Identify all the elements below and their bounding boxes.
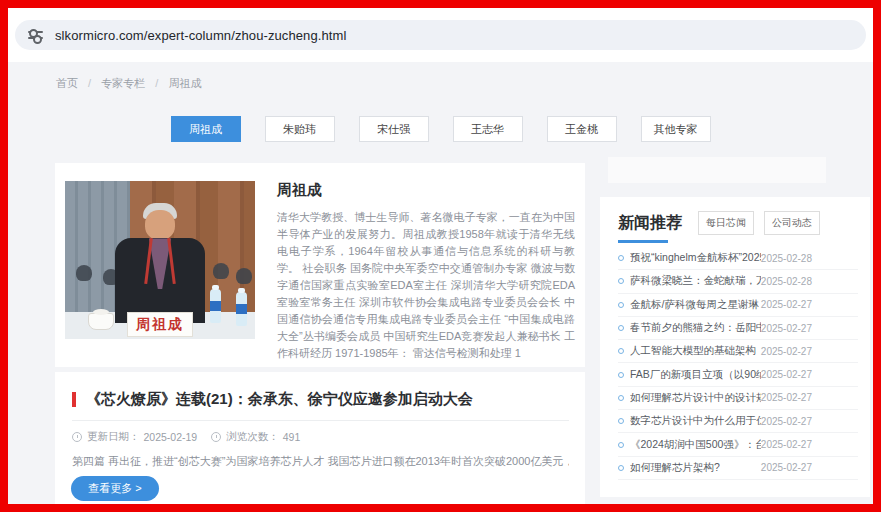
news-list-item[interactable]: 如何理解芯片设计中的设计规则检... 2025-02-27 — [618, 387, 858, 410]
bullet-icon — [618, 278, 624, 284]
browser-window: slkormicro.com/expert-column/zhou-zuchen… — [8, 8, 873, 504]
photo-red-lanyard — [145, 238, 175, 284]
bullet-icon — [618, 348, 624, 354]
news-list-item[interactable]: FAB厂的新项目立项（以90纳米技... 2025-02-27 — [618, 363, 858, 386]
news-recommend-card: 新闻推荐 每日芯闻 公司动态 预祝“kinghelm金航标杯”2025松... … — [600, 197, 870, 497]
news-item-title[interactable]: 人工智能大模型的基础架构 — [630, 344, 756, 358]
views-label: 浏览次数： — [226, 430, 279, 444]
news-item-date: 2025-02-28 — [761, 276, 812, 287]
expert-photo: 周祖成 — [65, 181, 255, 339]
article-title[interactable]: 《芯火燎原》连载(21)：余承东、徐宁仪应邀参加启动大会 — [86, 390, 473, 409]
breadcrumb-separator: / — [88, 77, 91, 89]
news-item-title[interactable]: 《2024胡润中国500强》：台积电... — [630, 438, 761, 452]
news-item-date: 2025-02-27 — [761, 299, 812, 310]
tab-zhou-zucheng[interactable]: 周祖成 — [171, 116, 241, 142]
news-item-title[interactable]: FAB厂的新项目立项（以90纳米技... — [630, 368, 761, 382]
news-item-date: 2025-02-27 — [761, 369, 812, 380]
news-list: 预祝“kinghelm金航标杯”2025松... 2025-02-28 萨科微梁… — [618, 247, 858, 480]
bullet-icon — [618, 395, 624, 401]
breadcrumb-separator: / — [155, 77, 158, 89]
clock-icon — [72, 432, 82, 442]
news-item-title[interactable]: 数字芯片设计中为什么用于仿真和... — [630, 414, 761, 428]
url-text[interactable]: slkormicro.com/expert-column/zhou-zuchen… — [55, 28, 346, 43]
tab-company-news[interactable]: 公司动态 — [764, 211, 820, 235]
news-tab-group: 每日芯闻 公司动态 — [698, 211, 820, 235]
news-list-item[interactable]: 数字芯片设计中为什么用于仿真和... 2025-02-27 — [618, 410, 858, 433]
expert-profile-info: 周祖成 清华大学教授、博士生导师、著名微电子专家，一直在为中国半导体产业的发展努… — [277, 181, 575, 362]
views-icon — [211, 432, 221, 442]
news-list-item[interactable]: 预祝“kinghelm金航标杯”2025松... 2025-02-28 — [618, 247, 858, 270]
url-field[interactable]: slkormicro.com/expert-column/zhou-zuchen… — [15, 20, 866, 50]
view-more-button[interactable]: 查看更多 > — [71, 476, 159, 501]
news-item-date: 2025-02-28 — [761, 253, 812, 264]
photo-name-card-text: 周祖成 — [136, 316, 184, 334]
page-body: 首页 / 专家专栏 / 周祖成 周祖成 朱贻玮 宋仕强 王志华 王金桃 其他专家 — [8, 62, 873, 504]
news-item-title[interactable]: 如何理解芯片架构? — [630, 461, 720, 475]
tab-wang-zhihua[interactable]: 王志华 — [453, 116, 523, 142]
update-date-value: 2025-02-19 — [144, 431, 198, 443]
news-item-date: 2025-02-27 — [761, 346, 812, 357]
news-list-item[interactable]: 如何理解芯片架构? 2025-02-27 — [618, 457, 858, 480]
news-header: 新闻推荐 每日芯闻 公司动态 — [618, 211, 856, 235]
breadcrumb: 首页 / 专家专栏 / 周祖成 — [56, 76, 201, 91]
breadcrumb-expert-column[interactable]: 专家专栏 — [101, 77, 145, 89]
red-marker-bar — [72, 392, 76, 407]
photo-water-bottle — [210, 289, 221, 323]
bullet-icon — [618, 302, 624, 308]
tab-other-experts[interactable]: 其他专家 — [641, 116, 711, 142]
photo-name-card: 周祖成 — [127, 312, 193, 337]
bullet-icon — [618, 372, 624, 378]
news-item-title[interactable]: 预祝“kinghelm金航标杯”2025松... — [630, 251, 761, 265]
news-item-date: 2025-02-27 — [761, 462, 812, 473]
bullet-icon — [618, 465, 624, 471]
photo-teacup — [88, 313, 114, 330]
news-list-item[interactable]: 《2024胡润中国500强》：台积电... 2025-02-27 — [618, 433, 858, 456]
breadcrumb-home[interactable]: 首页 — [56, 77, 78, 89]
browser-address-bar: slkormicro.com/expert-column/zhou-zuchen… — [8, 8, 873, 62]
news-item-date: 2025-02-27 — [761, 392, 812, 403]
expert-bio: 清华大学教授、博士生导师、著名微电子专家，一直在为中国半导体产业的发展努力。周祖… — [277, 209, 575, 362]
news-item-title[interactable]: 萨科微梁晓兰：金蛇献瑞，万象启新 — [630, 274, 761, 288]
update-date-label: 更新日期： — [87, 430, 140, 444]
news-section-title: 新闻推荐 — [618, 213, 682, 234]
news-list-item[interactable]: 萨科微梁晓兰：金蛇献瑞，万象启新 2025-02-28 — [618, 270, 858, 293]
news-item-title[interactable]: 春节前夕的熊猫之约：岳阳中华大... — [630, 321, 761, 335]
article-excerpt: 第四篇 再出征，推进“创芯大赛”为国家培养芯片人才 我国芯片进口额在2013年时… — [72, 454, 569, 469]
news-item-date: 2025-02-27 — [761, 439, 812, 450]
expert-tab-bar: 周祖成 朱贻玮 宋仕强 王志华 王金桃 其他专家 — [8, 116, 873, 142]
tab-daily-chip-news[interactable]: 每日芯闻 — [698, 211, 754, 235]
news-item-title[interactable]: 金航标/萨科微每周之星谢琳 — [630, 298, 759, 312]
news-item-date: 2025-02-27 — [761, 416, 812, 427]
divider — [72, 420, 569, 421]
views-value: 491 — [283, 431, 301, 443]
news-list-item[interactable]: 金航标/萨科微每周之星谢琳 2025-02-27 — [618, 294, 858, 317]
tab-zhu-yiwei[interactable]: 朱贻玮 — [265, 116, 335, 142]
tab-song-shiqiang[interactable]: 宋仕强 — [359, 116, 429, 142]
article-header: 《芯火燎原》连载(21)：余承东、徐宁仪应邀参加启动大会 — [72, 390, 569, 409]
news-item-date: 2025-02-27 — [761, 323, 812, 334]
news-item-title[interactable]: 如何理解芯片设计中的设计规则检... — [630, 391, 761, 405]
site-settings-icon[interactable] — [28, 29, 43, 41]
bullet-icon — [618, 418, 624, 424]
news-list-item[interactable]: 春节前夕的熊猫之约：岳阳中华大... 2025-02-27 — [618, 317, 858, 340]
bullet-icon — [618, 325, 624, 331]
bullet-icon — [618, 442, 624, 448]
expert-name: 周祖成 — [277, 181, 575, 200]
bullet-icon — [618, 255, 624, 261]
tab-wang-jintao[interactable]: 王金桃 — [547, 116, 617, 142]
photo-water-bottle — [236, 292, 247, 326]
news-list-item[interactable]: 人工智能大模型的基础架构 2025-02-27 — [618, 340, 858, 363]
article-meta: 更新日期： 2025-02-19 浏览次数： 491 — [72, 430, 300, 444]
article-card: 《芯火燎原》连载(21)：余承东、徐宁仪应邀参加启动大会 更新日期： 2025-… — [55, 372, 585, 504]
expert-profile-card: 周祖成 周祖成 清华大学教授、博士生导师、著名微电子专家，一直在为中国半导体产业… — [55, 163, 585, 367]
breadcrumb-current: 周祖成 — [168, 77, 201, 89]
sidebar-banner-placeholder — [608, 157, 826, 183]
